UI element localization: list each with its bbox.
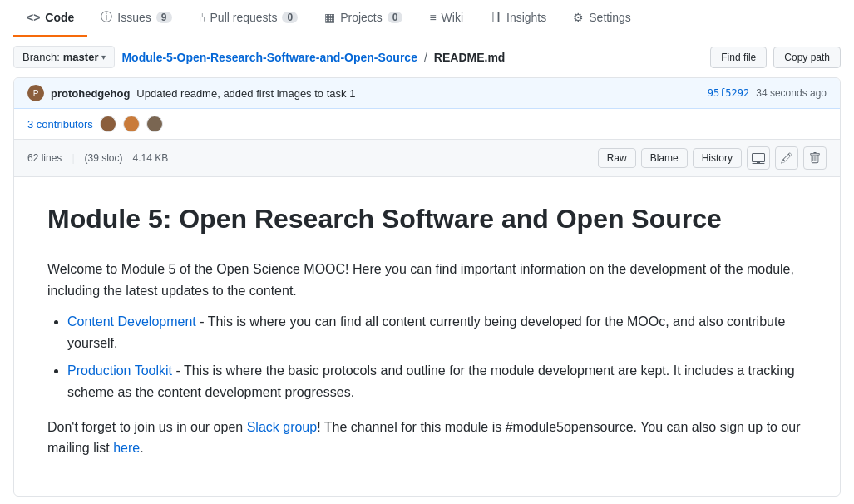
find-file-button[interactable]: Find file (710, 47, 767, 68)
file-sloc: (39 sloc) (85, 152, 123, 164)
nav-pull-requests[interactable]: ⑃ Pull requests 0 (185, 0, 312, 37)
issues-icon: ⓘ (101, 10, 112, 25)
nav-settings-label: Settings (589, 11, 631, 24)
nav-insights[interactable]: Insights (476, 0, 560, 37)
projects-badge: 0 (388, 12, 403, 23)
commit-author[interactable]: protohedgehog (51, 87, 130, 100)
readme-list-item-1: Content Development - This is where you … (67, 311, 807, 353)
file-size: 4.14 KB (133, 152, 169, 164)
file-meta: 62 lines | (39 sloc) 4.14 KB (27, 152, 168, 164)
contributor-avatar-3[interactable] (146, 116, 163, 132)
nav-wiki-label: Wiki (442, 11, 463, 24)
footer-end: . (140, 441, 143, 455)
commit-time: 34 seconds ago (756, 87, 827, 99)
nav-code-label: Code (45, 11, 74, 24)
breadcrumb-left: Branch: master ▾ Module-5-Open-Research-… (13, 46, 505, 68)
nav-issues[interactable]: ⓘ Issues 9 (87, 0, 185, 37)
nav-issues-label: Issues (117, 11, 151, 24)
settings-icon: ⚙ (573, 11, 584, 24)
breadcrumb-separator: / (424, 51, 427, 64)
nav-pull-requests-label: Pull requests (210, 11, 278, 24)
issues-badge: 9 (156, 12, 172, 23)
nav-projects[interactable]: ▦ Projects 0 (311, 0, 416, 37)
branch-selector[interactable]: Branch: master ▾ (13, 46, 115, 68)
mailing-list-link[interactable]: here (113, 441, 140, 455)
contributor-avatar-2[interactable] (123, 116, 140, 132)
insights-icon (490, 11, 501, 25)
commit-bar: P protohedgehog Updated readme, added fi… (14, 78, 840, 109)
contributor-avatar-1[interactable] (100, 116, 116, 132)
readme-footer: Don't forget to join us in our open Slac… (47, 417, 807, 459)
commit-message: Updated readme, added first images to ta… (136, 87, 355, 100)
commit-sha[interactable]: 95f5292 (708, 87, 750, 99)
commit-meta: 95f5292 34 seconds ago (708, 87, 827, 99)
code-icon: <> (27, 11, 40, 24)
nav-projects-label: Projects (340, 11, 383, 24)
bullet2-text: - This is where the basic protocols and … (67, 363, 795, 399)
delete-button[interactable] (803, 146, 827, 170)
raw-button[interactable]: Raw (598, 148, 636, 168)
chevron-down-icon: ▾ (101, 52, 106, 62)
production-toolkit-link[interactable]: Production Toolkit (67, 363, 172, 378)
meta-sep-1: | (72, 152, 74, 164)
desktop-view-button[interactable] (747, 146, 770, 170)
nav-code[interactable]: <> Code (13, 0, 87, 37)
breadcrumb-actions: Find file Copy path (710, 47, 841, 68)
readme-intro: Welcome to Module 5 of the Open Science … (47, 259, 807, 301)
edit-button[interactable] (775, 146, 798, 170)
file-actions: Raw Blame History (598, 146, 827, 170)
readme-title: Module 5: Open Research Software and Ope… (47, 204, 807, 245)
nav-wiki[interactable]: ≡ Wiki (416, 0, 476, 37)
readme-content: Module 5: Open Research Software and Ope… (14, 177, 840, 496)
contributors-label-text: contributors (37, 118, 93, 131)
pull-requests-badge: 0 (282, 12, 298, 23)
top-nav: <> Code ⓘ Issues 9 ⑃ Pull requests 0 ▦ P… (0, 0, 854, 37)
readme-list: Content Development - This is where you … (67, 311, 807, 403)
branch-label: Branch: (22, 51, 60, 63)
slack-link[interactable]: Slack group (247, 420, 318, 434)
file-lines: 62 lines (27, 152, 62, 164)
breadcrumb-filename: README.md (434, 51, 506, 64)
content-development-link[interactable]: Content Development (67, 314, 196, 329)
nav-settings[interactable]: ⚙ Settings (560, 0, 644, 37)
footer-text-1: Don't forget to join us in our open (47, 420, 247, 434)
nav-insights-label: Insights (506, 11, 546, 24)
breadcrumb-bar: Branch: master ▾ Module-5-Open-Research-… (0, 37, 854, 77)
file-info-bar: 62 lines | (39 sloc) 4.14 KB Raw Blame H… (14, 140, 840, 177)
commit-info: P protohedgehog Updated readme, added fi… (27, 85, 355, 101)
readme-list-item-2: Production Toolkit - This is where the b… (67, 360, 807, 403)
history-button[interactable]: History (693, 148, 742, 168)
breadcrumb-repo-link[interactable]: Module-5-Open-Research-Software-and-Open… (121, 51, 417, 64)
blame-button[interactable]: Blame (641, 148, 688, 168)
contributors-bar: 3 contributors (14, 109, 840, 140)
file-container: P protohedgehog Updated readme, added fi… (13, 77, 841, 497)
branch-name: master (63, 51, 99, 63)
projects-icon: ▦ (324, 11, 335, 24)
author-avatar: P (27, 85, 44, 101)
copy-path-button[interactable]: Copy path (773, 47, 841, 68)
wiki-icon: ≡ (429, 11, 436, 24)
pull-request-icon: ⑃ (199, 11, 205, 24)
contributors-count: 3 (27, 118, 33, 131)
contributors-link[interactable]: 3 contributors (27, 118, 93, 131)
